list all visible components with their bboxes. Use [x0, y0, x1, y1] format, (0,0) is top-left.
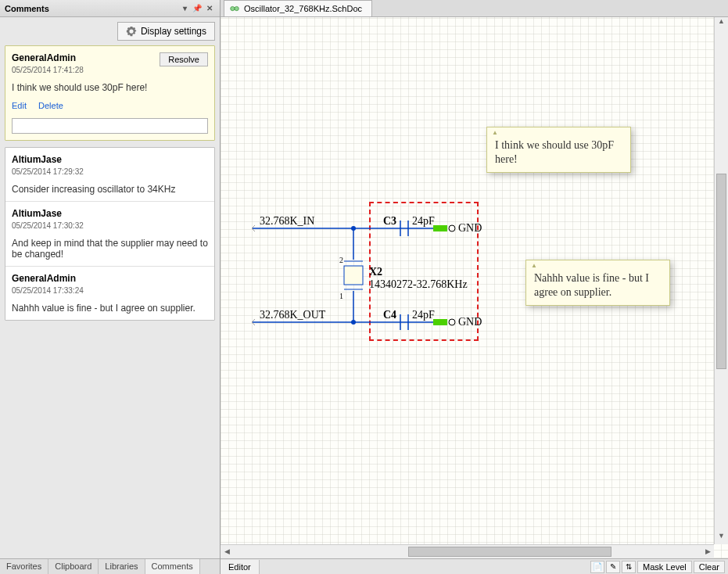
list-item: AltiumJase 05/25/2014 17:30:32 And keep …	[5, 202, 214, 267]
svg-point-0	[231, 6, 235, 10]
comment-timestamp: 05/25/2014 17:41:28	[12, 66, 84, 74]
svg-rect-29	[433, 225, 447, 231]
scroll-thumb[interactable]	[716, 174, 726, 369]
svg-point-33	[449, 319, 455, 325]
comments-list: GeneralAdmin 05/25/2014 17:41:28 Resolve…	[0, 45, 220, 558]
scroll-up-icon[interactable]: ▲	[715, 17, 728, 30]
display-settings-button[interactable]: Display settings	[117, 22, 215, 41]
status-icon-1[interactable]: 📄	[590, 561, 604, 573]
main-area: Oscillator_32_768KHz.SchDoc 32.768K_IN 3…	[221, 0, 728, 574]
tab-clipboard[interactable]: Clipboard	[48, 559, 99, 574]
svg-rect-10	[344, 266, 363, 285]
vertical-scrollbar[interactable]: ▲ ▼	[714, 17, 728, 544]
scroll-left-icon[interactable]: ◀	[221, 545, 233, 558]
scroll-right-icon[interactable]: ▶	[701, 545, 714, 558]
tab-libraries[interactable]: Libraries	[99, 559, 145, 574]
panel-title: Comments	[5, 4, 49, 13]
list-item: GeneralAdmin 05/25/2014 17:33:24 Nahhh v…	[5, 267, 214, 320]
delete-link[interactable]: Delete	[38, 101, 63, 110]
svg-text:C4: C4	[383, 309, 396, 321]
document-tab-bar: Oscillator_32_768KHz.SchDoc	[221, 0, 728, 17]
tab-favorites[interactable]: Favorites	[0, 559, 48, 574]
edit-link[interactable]: Edit	[12, 101, 27, 110]
comment-thread[interactable]: AltiumJase 05/25/2014 17:29:32 Consider …	[5, 147, 215, 321]
svg-text:14340272-32.768KHz: 14340272-32.768KHz	[369, 278, 468, 290]
comment-author: GeneralAdmin	[12, 52, 84, 63]
status-icon-2[interactable]: ✎	[606, 561, 620, 573]
panel-header: Comments ▾ 📌 ✕	[0, 0, 220, 17]
svg-text:1: 1	[339, 292, 343, 300]
svg-rect-32	[433, 319, 447, 325]
close-icon[interactable]: ✕	[204, 3, 215, 14]
list-item: AltiumJase 05/25/2014 17:29:32 Consider …	[5, 148, 214, 202]
status-icon-3[interactable]: ⇅	[622, 561, 636, 573]
svg-text:C3: C3	[383, 215, 396, 227]
editor-tab[interactable]: Editor	[221, 560, 260, 574]
status-bar: Editor 📄 ✎ ⇅ Mask Level Clear	[221, 558, 728, 574]
svg-text:2: 2	[339, 256, 343, 264]
canvas-note-2[interactable]: Nahhh value is fine - but I agree on sup…	[525, 260, 670, 306]
svg-point-9	[351, 320, 356, 325]
document-tab[interactable]: Oscillator_32_768KHz.SchDoc	[224, 0, 372, 16]
svg-text:GND: GND	[458, 222, 482, 234]
mask-level-button[interactable]: Mask Level	[637, 561, 692, 573]
panel-bottom-tabs: Favorites Clipboard Libraries Comments	[0, 558, 220, 574]
scroll-down-icon[interactable]: ▼	[715, 532, 728, 544]
schematic-canvas[interactable]: 32.768K_IN 32.768K_OUT 2 1 X2 14340272-3…	[221, 17, 728, 558]
svg-text:32.768K_OUT: 32.768K_OUT	[260, 309, 326, 321]
scroll-thumb[interactable]	[408, 547, 611, 557]
gear-icon	[126, 26, 137, 37]
svg-point-8	[351, 226, 356, 231]
svg-point-30	[449, 225, 455, 231]
svg-point-1	[235, 6, 238, 10]
schematic-icon	[229, 3, 240, 14]
svg-text:32.768K_IN: 32.768K_IN	[260, 215, 314, 227]
svg-text:X2: X2	[369, 266, 382, 278]
svg-text:GND: GND	[458, 316, 482, 328]
comments-panel: Comments ▾ 📌 ✕ Display settings GeneralA…	[0, 0, 221, 574]
horizontal-scrollbar[interactable]: ◀ ▶	[221, 544, 714, 558]
tab-comments[interactable]: Comments	[145, 559, 200, 574]
canvas-note-1[interactable]: I think we should use 30pF here!	[486, 127, 631, 173]
clear-button[interactable]: Clear	[694, 561, 725, 573]
svg-text:24pF: 24pF	[412, 309, 435, 321]
svg-text:24pF: 24pF	[412, 215, 435, 227]
comment-text: I think we should use 30pF here!	[12, 82, 208, 93]
resolve-button[interactable]: Resolve	[160, 52, 208, 66]
reply-input[interactable]	[12, 118, 208, 134]
active-comment[interactable]: GeneralAdmin 05/25/2014 17:41:28 Resolve…	[5, 45, 215, 141]
pin-icon[interactable]: 📌	[192, 3, 203, 14]
dropdown-icon[interactable]: ▾	[179, 3, 190, 14]
